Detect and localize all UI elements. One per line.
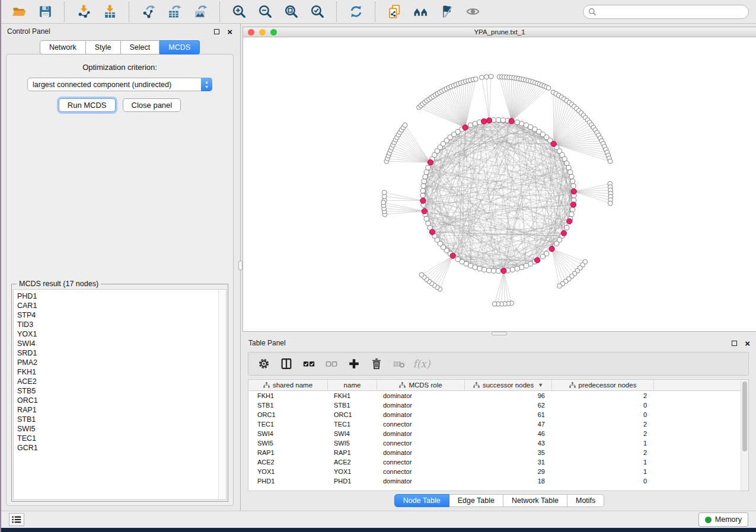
- zoom-out-button[interactable]: [254, 2, 276, 22]
- sort-chevron-icon: ▼: [538, 382, 543, 388]
- select-all-button[interactable]: [299, 354, 318, 373]
- export-table-button[interactable]: [164, 2, 185, 22]
- import-network-button[interactable]: [73, 2, 94, 22]
- zoom-in-button[interactable]: [228, 2, 250, 22]
- show-columns-button[interactable]: [277, 354, 296, 373]
- cell-predecessor-nodes: 0: [552, 400, 654, 410]
- mcds-result-item[interactable]: STB1: [17, 415, 218, 424]
- scrollbar-thumb[interactable]: [742, 382, 747, 451]
- refresh-button[interactable]: [345, 2, 366, 22]
- mcds-result-item[interactable]: SRD1: [17, 348, 218, 358]
- mcds-result-item[interactable]: RAP1: [17, 405, 218, 415]
- table-row[interactable]: SWI5SWI5connector431: [248, 438, 748, 448]
- cell-name: ORC1: [328, 410, 377, 419]
- optimization-criterion-dropdown[interactable]: largest connected component (undirected)…: [27, 78, 212, 91]
- tab-network[interactable]: Network: [40, 40, 86, 55]
- table-row[interactable]: PHD1PHD1dominator180: [248, 476, 748, 486]
- cell-name: RAP1: [328, 448, 377, 457]
- table-header-row: shared namenameMCDS rolesuccessor nodes▼…: [248, 380, 748, 391]
- table-row[interactable]: ACE2ACE2connector311: [248, 457, 748, 467]
- search-box[interactable]: [583, 5, 749, 19]
- mcds-result-item[interactable]: CAR1: [17, 301, 218, 310]
- column-header-MCDS-role[interactable]: MCDS role: [377, 380, 465, 390]
- mcds-list-scrollbar[interactable]: [218, 290, 226, 499]
- table-row[interactable]: SWI4SWI4dominator462: [248, 429, 748, 438]
- cell-predecessor-nodes: 0: [552, 476, 654, 486]
- delete-table-button[interactable]: [390, 354, 409, 373]
- column-header-shared-name[interactable]: shared name: [248, 380, 328, 390]
- tab-mcds[interactable]: MCDS: [160, 40, 200, 55]
- table-row[interactable]: RAP1RAP1dominator352: [248, 448, 748, 457]
- network-window-titlebar: YPA_prune.txt_1: [243, 27, 756, 37]
- float-panel-icon[interactable]: [214, 29, 219, 34]
- cell-name: SWI4: [328, 429, 377, 438]
- mcds-result-item[interactable]: FKH1: [17, 367, 218, 377]
- mcds-result-item[interactable]: GCR1: [17, 443, 218, 453]
- column-header-predecessor-nodes[interactable]: predecessor nodes: [552, 380, 654, 390]
- deselect-all-button[interactable]: [322, 354, 341, 373]
- function-builder-button[interactable]: f(x): [412, 354, 431, 373]
- table-row[interactable]: FKH1FKH1dominator962: [248, 391, 748, 400]
- mcds-result-item[interactable]: PMA2: [17, 358, 218, 367]
- network-canvas[interactable]: [243, 37, 756, 331]
- table-row[interactable]: STB1STB1dominator620: [248, 400, 748, 410]
- tab-select[interactable]: Select: [121, 40, 160, 55]
- vertical-splitter[interactable]: [238, 24, 243, 511]
- main-toolbar: [1, 0, 756, 24]
- first-neighbors-button[interactable]: [410, 2, 431, 22]
- splitter-handle[interactable]: [238, 261, 243, 270]
- save-session-button[interactable]: [34, 2, 56, 22]
- control-panel: Control Panel × NetworkStyleSelectMCDS O…: [1, 24, 238, 511]
- plus-icon: [347, 357, 361, 370]
- mcds-result-item[interactable]: ACE2: [17, 377, 218, 386]
- float-panel-icon[interactable]: [732, 341, 737, 346]
- search-input[interactable]: [596, 8, 744, 16]
- add-column-button[interactable]: [344, 354, 363, 373]
- table-row[interactable]: YOX1YOX1connector291: [248, 467, 748, 476]
- cell-MCDS-role: dominator: [377, 400, 465, 410]
- delete-column-button[interactable]: [367, 354, 386, 373]
- mcds-result-item[interactable]: YOX1: [17, 329, 218, 339]
- mcds-result-item[interactable]: TID3: [17, 320, 218, 329]
- memory-status-icon: [705, 517, 712, 523]
- tab-network-table[interactable]: Network Table: [503, 494, 567, 507]
- cell-name: ACE2: [328, 457, 377, 467]
- clone-network-button[interactable]: [384, 2, 405, 22]
- table-options-button[interactable]: [254, 354, 273, 373]
- mcds-result-item[interactable]: SWI4: [17, 339, 218, 348]
- close-panel-icon[interactable]: ×: [745, 339, 750, 348]
- column-header-name[interactable]: name: [328, 380, 377, 390]
- tab-node-table[interactable]: Node Table: [394, 494, 449, 507]
- table-scrollbar[interactable]: [741, 380, 748, 491]
- cell-predecessor-nodes: 2: [552, 429, 654, 438]
- tab-motifs[interactable]: Motifs: [567, 494, 604, 507]
- export-network-button[interactable]: [138, 2, 159, 22]
- close-panel-icon[interactable]: ×: [227, 27, 232, 36]
- export-image-button[interactable]: [190, 2, 211, 22]
- table-row[interactable]: ORC1ORC1dominator610: [248, 410, 748, 419]
- table-row[interactable]: TEC1TEC1connector472: [248, 419, 748, 429]
- mcds-result-item[interactable]: STP4: [17, 310, 218, 320]
- clone-network-icon: [387, 4, 402, 19]
- annotation-button[interactable]: [436, 2, 457, 22]
- mcds-result-item[interactable]: PHD1: [17, 291, 218, 301]
- column-header-successor-nodes[interactable]: successor nodes▼: [465, 380, 552, 390]
- zoom-selected-button[interactable]: [307, 2, 328, 22]
- mcds-result-item[interactable]: SWI5: [17, 424, 218, 434]
- run-mcds-button[interactable]: Run MCDS: [59, 98, 116, 112]
- mcds-result-item[interactable]: ORC1: [17, 396, 218, 405]
- deselect-all-icon: [325, 357, 338, 370]
- table-toolbar: f(x): [248, 352, 749, 376]
- open-file-button[interactable]: [8, 2, 30, 22]
- zoom-fit-button[interactable]: [280, 2, 302, 22]
- memory-button[interactable]: Memory: [698, 512, 748, 527]
- import-table-button[interactable]: [99, 2, 120, 22]
- close-panel-button[interactable]: Close panel: [123, 98, 181, 112]
- tab-edge-table[interactable]: Edge Table: [449, 494, 503, 507]
- task-history-button[interactable]: [9, 513, 24, 526]
- mcds-result-item[interactable]: STB5: [17, 386, 218, 396]
- cell-shared-name: TEC1: [248, 419, 328, 429]
- tab-style[interactable]: Style: [86, 40, 121, 55]
- mcds-result-item[interactable]: TEC1: [17, 434, 218, 443]
- show-hide-button[interactable]: [462, 2, 483, 22]
